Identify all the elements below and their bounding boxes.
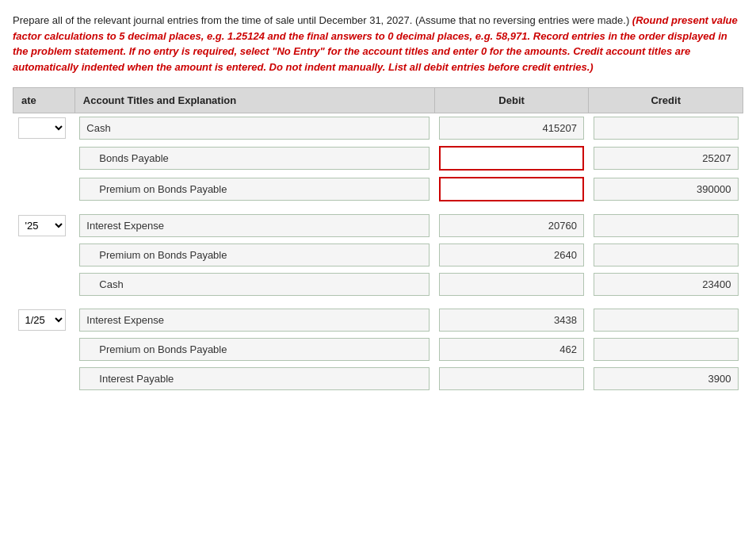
header-debit: Debit xyxy=(434,88,589,113)
table-row xyxy=(13,335,743,364)
account-title-input[interactable] xyxy=(79,178,430,201)
date-select[interactable]: 1/25 xyxy=(18,309,66,331)
debit-input[interactable] xyxy=(439,177,584,201)
table-header-row: ate Account Titles and Explanation Debit… xyxy=(13,88,743,113)
debit-input[interactable] xyxy=(439,243,584,266)
header-date: ate xyxy=(13,88,75,113)
header-credit: Credit xyxy=(589,88,743,113)
date-select[interactable] xyxy=(18,117,66,139)
credit-input[interactable] xyxy=(594,147,739,170)
date-select[interactable]: '25 xyxy=(18,215,66,236)
debit-input[interactable] xyxy=(439,146,584,171)
credit-input[interactable] xyxy=(594,243,739,266)
account-title-input[interactable] xyxy=(79,243,430,266)
account-title-input[interactable] xyxy=(79,214,430,237)
table-row xyxy=(13,143,743,174)
account-title-input[interactable] xyxy=(79,147,430,170)
table-row xyxy=(13,113,743,144)
credit-input[interactable] xyxy=(594,367,739,390)
debit-input[interactable] xyxy=(439,273,584,296)
credit-input[interactable] xyxy=(594,273,739,296)
journal-table: ate Account Titles and Explanation Debit… xyxy=(13,87,743,393)
credit-input[interactable] xyxy=(594,117,739,140)
credit-input[interactable] xyxy=(594,214,739,237)
account-title-input[interactable] xyxy=(79,367,430,390)
table-row xyxy=(13,240,743,270)
table-row: 1/25 xyxy=(13,305,743,335)
table-row xyxy=(13,270,743,299)
debit-input[interactable] xyxy=(439,338,584,361)
debit-input[interactable] xyxy=(439,367,584,390)
credit-input[interactable] xyxy=(594,178,739,201)
credit-input[interactable] xyxy=(594,338,739,361)
table-row: '25 xyxy=(13,211,743,240)
instructions: Prepare all of the relevant journal entr… xyxy=(13,13,743,75)
debit-input[interactable] xyxy=(439,214,584,237)
instruction-line1: Prepare all of the relevant journal entr… xyxy=(13,14,629,26)
debit-input[interactable] xyxy=(439,117,584,140)
debit-input[interactable] xyxy=(439,309,584,332)
table-row xyxy=(13,174,743,205)
account-title-input[interactable] xyxy=(79,338,430,361)
table-row xyxy=(13,364,743,393)
header-account: Account Titles and Explanation xyxy=(74,88,434,113)
account-title-input[interactable] xyxy=(79,273,430,296)
account-title-input[interactable] xyxy=(79,309,430,332)
account-title-input[interactable] xyxy=(79,117,430,140)
credit-input[interactable] xyxy=(594,309,739,332)
